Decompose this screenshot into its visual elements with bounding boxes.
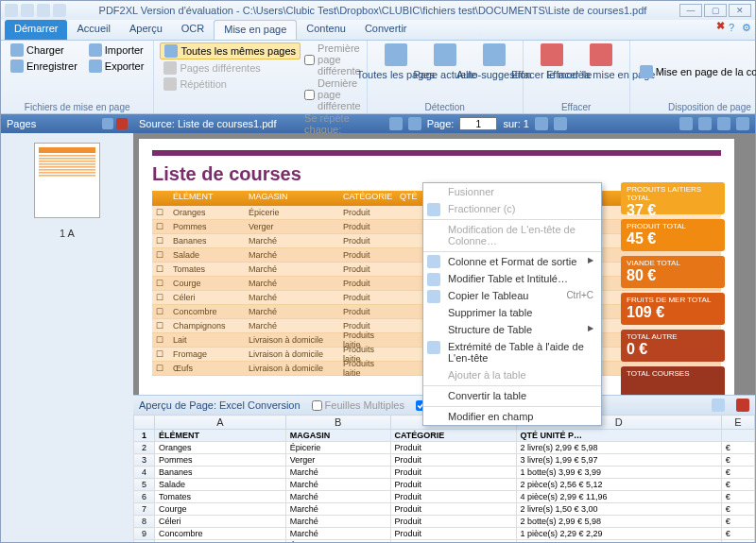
repetition-button[interactable]: Répétition (160, 76, 301, 92)
col-magasin: MAGASIN (245, 191, 339, 206)
col-categorie: CATÉGORIE (339, 191, 396, 206)
save-icon (10, 59, 24, 73)
menu-item[interactable]: Colonne et Format de sortie▶ (423, 251, 601, 270)
last-page-icon[interactable] (554, 117, 567, 130)
page-total: sur: 1 (503, 118, 529, 129)
import-icon (89, 43, 102, 57)
ribbon-tabs: Démarrer Accueil Aperçu OCR Mise en page… (1, 20, 755, 41)
zoom-in-icon[interactable] (717, 117, 730, 130)
menu-item[interactable]: Modifier en champ (423, 406, 601, 425)
settings-icon[interactable]: ⚙ (742, 22, 751, 38)
toutes-pages-button[interactable]: Toutes les pages (373, 42, 419, 101)
copy-layout-icon (640, 65, 653, 78)
window-title: PDF2XL Version d'évaluation - C:\Users\C… (66, 5, 679, 16)
tab-contenu[interactable]: Contenu (297, 20, 355, 40)
erase-model-icon (541, 43, 563, 66)
charger-button[interactable]: Charger (7, 42, 81, 58)
prev-page-icon[interactable] (408, 117, 421, 130)
preview-title: Aperçu de Page: Excel Conversion (139, 399, 301, 411)
summary-box: FRUITS DE MER TOTAL109 € (621, 293, 725, 325)
premiere-page-check[interactable]: Première page différente (304, 42, 361, 76)
feuilles-multiples-check[interactable]: Feuilles Multiples (312, 399, 404, 411)
menu-item[interactable]: Structure de Table▶ (423, 321, 601, 338)
effacer-mise-button[interactable]: Effacer la mise en page (578, 42, 624, 101)
summary-box: PRODUITS LAITIERS TOTAL37 € (621, 182, 725, 214)
tab-demarrer[interactable]: Démarrer (5, 20, 67, 40)
minimize-button[interactable]: — (679, 4, 702, 17)
close-doc-icon[interactable]: ✖ (716, 20, 725, 40)
enregistrer-button[interactable]: Enregistrer (7, 59, 81, 74)
next-page-icon[interactable] (535, 117, 548, 130)
summary-box: TOTAL COURSES (621, 366, 725, 395)
group-effacer-label: Effacer (529, 101, 624, 113)
pages-differentes-button[interactable]: Pages différentes (160, 60, 301, 76)
export-icon (89, 59, 102, 73)
se-repete-label: Se répète chaque: (304, 112, 361, 135)
importer-button[interactable]: Importer (85, 42, 148, 58)
panel-menu-icon[interactable] (102, 118, 113, 129)
tab-apercu[interactable]: Aperçu (120, 20, 172, 40)
tab-convertir[interactable]: Convertir (355, 20, 417, 40)
col-element: ÉLÉMENT (169, 191, 245, 206)
fit-icon[interactable] (736, 117, 749, 130)
panel-close-icon[interactable] (116, 118, 128, 129)
preview-close-icon[interactable] (736, 399, 749, 412)
page-label: Page: (427, 118, 455, 129)
toutes-memes-pages-button[interactable]: Toutes les mêmes pages (160, 42, 301, 59)
pages-diff-icon (163, 61, 177, 75)
menu-item[interactable]: Copier le TableauCtrl+C (423, 287, 601, 304)
maximize-button[interactable]: ▢ (704, 4, 727, 17)
group-fichiers-label: Fichiers de mise en page (7, 101, 147, 113)
tool-icon[interactable] (679, 117, 693, 130)
tab-accueil[interactable]: Accueil (67, 20, 119, 40)
close-button[interactable]: ✕ (729, 4, 751, 17)
qat (5, 4, 66, 17)
group-disposition-label: Disposition de page (636, 101, 756, 113)
erase-layout-icon (590, 43, 612, 66)
summary-box: PRODUIT TOTAL45 € (621, 219, 725, 251)
pages-panel-title: Pages (7, 118, 36, 129)
menu-item[interactable]: Supprimer la table (423, 304, 601, 321)
tab-mise-en-page[interactable]: Mise en page (214, 20, 297, 40)
menu-item[interactable]: Convertir la table (423, 385, 601, 404)
ribbon: Charger Enregistrer Importer Exporter Fi… (1, 41, 755, 114)
group-detection-label: Détection (373, 101, 517, 113)
titlebar: PDF2XL Version d'évaluation - C:\Users\C… (1, 1, 755, 20)
pages-panel: Pages 1 A (1, 114, 133, 542)
autosuggest-icon (483, 43, 506, 66)
load-icon (10, 43, 24, 57)
menu-item[interactable]: Extrémité de Table à l'aide de L'en-tête (423, 338, 601, 366)
menu-item: Modification de L'en-tête de Colonne… (423, 219, 601, 249)
tab-ocr[interactable]: OCR (172, 20, 214, 40)
current-page-icon (434, 43, 456, 66)
page-thumbnail[interactable] (34, 143, 100, 218)
exporter-button[interactable]: Exporter (85, 59, 148, 74)
context-menu: FusionnerFractionner (c)Modification de … (422, 182, 602, 426)
pages-icon (164, 44, 178, 58)
menu-item: Ajouter à la table (423, 366, 601, 383)
page-input[interactable] (459, 117, 497, 130)
auto-suggestion-button[interactable]: Auto-suggestion (472, 42, 517, 101)
all-pages-icon (385, 43, 407, 66)
repeat-icon (163, 77, 177, 91)
menu-item: Fractionner (c) (423, 200, 601, 217)
summary-box: VIANDE TOTAL80 € (621, 256, 725, 288)
summary-box: TOTAL AUTRE0 € (621, 330, 725, 362)
excel-grid[interactable]: ABCDE1ÉLÉMENTMAGASINCATÉGORIEQTÉ UNITÉ P… (133, 415, 755, 542)
thumbnail-label: 1 A (1, 228, 133, 239)
mise-en-page-copie-button[interactable]: Mise en page de la copie ▾ (636, 42, 756, 101)
zoom-out-icon[interactable] (698, 117, 712, 130)
menu-item: Fusionner (423, 183, 601, 200)
first-page-icon[interactable] (389, 117, 403, 130)
preview-icon[interactable] (712, 399, 725, 412)
help-icon[interactable]: ? (729, 22, 734, 38)
menu-item[interactable]: Modifier Table et Intitulé… (423, 270, 601, 287)
derniere-page-check[interactable]: Dernière page différente (304, 77, 361, 111)
